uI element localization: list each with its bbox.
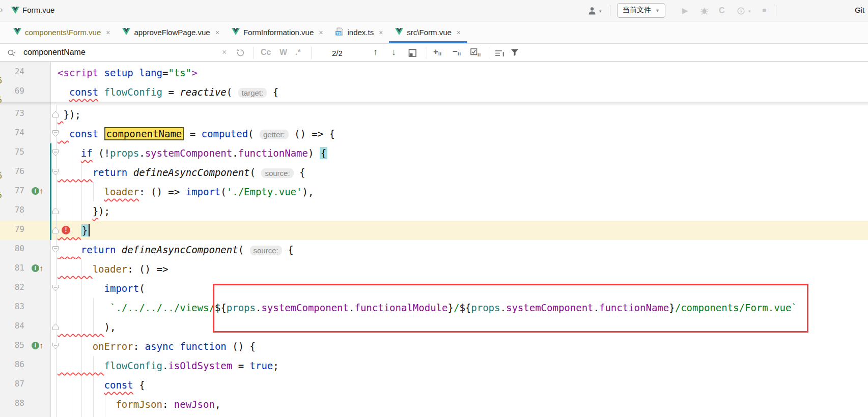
code-text[interactable]: import(	[58, 279, 145, 298]
code-text[interactable]: onError: async function () {	[58, 337, 256, 356]
implements-member-icon[interactable]: I↑	[32, 187, 49, 196]
filter-icon[interactable]	[511, 49, 519, 58]
code-line-76[interactable]: 76 return defineAsyncComponent( source: …	[0, 163, 868, 182]
code-token: () => {	[289, 128, 335, 139]
code-token: const	[104, 379, 133, 391]
search-input[interactable]: componentName	[23, 48, 86, 57]
code-line-79[interactable]: 79! }	[0, 221, 868, 240]
tab-FormInformation.vue[interactable]: FormInformation.vue×	[226, 21, 329, 43]
line-number: 82	[0, 282, 24, 292]
window-file-title: Form.vue	[22, 6, 54, 14]
multiline-search-icon[interactable]: I	[495, 49, 504, 58]
line-number: 87	[0, 379, 24, 389]
code-text[interactable]: <script setup lang="ts">	[58, 63, 198, 82]
code-token	[98, 128, 104, 139]
tab-approveFlowPage.vue[interactable]: approveFlowPage.vue×	[116, 21, 225, 43]
code-text[interactable]: });	[58, 201, 110, 221]
tab-close-icon[interactable]: ×	[379, 28, 383, 37]
clipped-edge-text: 5	[0, 96, 2, 105]
code-text[interactable]: }	[58, 221, 90, 240]
debug-bug-icon[interactable]	[700, 7, 709, 17]
code-token	[58, 283, 104, 294]
code-line-24[interactable]: 24<script setup lang="ts">	[0, 63, 868, 82]
line-number: 88	[0, 398, 24, 408]
tab-close-icon[interactable]: ×	[215, 28, 219, 37]
implements-member-icon[interactable]: I↑	[32, 342, 49, 351]
code-token: newJson	[174, 399, 215, 410]
code-line-74[interactable]: 74 const componentName = computed( gette…	[0, 124, 868, 143]
run-button[interactable]: ▶	[682, 6, 688, 15]
tab-components-Form.vue[interactable]: components\Form.vue×	[7, 21, 116, 43]
clear-search-icon[interactable]: ×	[222, 48, 227, 57]
code-line-87[interactable]: 87 const {	[0, 375, 868, 395]
code-text[interactable]: return defineAsyncComponent( source: {	[58, 240, 294, 259]
code-token: () {	[227, 341, 256, 352]
remove-occurrence-icon[interactable]: −II	[453, 47, 461, 57]
code-token: const	[69, 86, 98, 98]
code-line-78[interactable]: 78 });	[0, 201, 868, 221]
code-token: flowConfig	[104, 86, 162, 98]
code-token: (	[248, 128, 260, 139]
code-line-86[interactable]: 86 flowConfig.isOldSystem = true;	[0, 356, 868, 375]
code-token: : () =>	[139, 186, 186, 197]
code-editor[interactable]: 24<script setup lang="ts">69 const flowC…	[0, 62, 868, 417]
implements-member-icon[interactable]: I↑	[32, 264, 49, 274]
code-token	[133, 67, 139, 78]
tab-index.ts[interactable]: TSindex.ts×	[329, 21, 389, 43]
run-configuration-select[interactable]: 当前文件▼	[617, 3, 665, 18]
regex-toggle[interactable]: .*	[295, 48, 301, 57]
code-line-75[interactable]: 75 if (!props.systemComponent.functionNa…	[0, 143, 868, 163]
code-token: .	[162, 360, 168, 371]
code-line-81[interactable]: 81I↑ loader: () =>	[0, 259, 868, 279]
previous-occurrence-button[interactable]: ↑	[373, 47, 378, 57]
search-history-icon[interactable]	[236, 48, 245, 59]
words-toggle[interactable]: W	[279, 48, 287, 57]
code-text[interactable]: const {	[58, 375, 145, 395]
code-text[interactable]: const componentName = computed( getter: …	[58, 124, 335, 143]
code-token: >	[191, 67, 197, 78]
stop-button[interactable]: ■	[762, 6, 766, 14]
tab-close-icon[interactable]: ×	[319, 28, 323, 37]
code-text[interactable]: ),	[58, 317, 116, 337]
user-caret-icon[interactable]: ▾	[599, 9, 602, 14]
code-text[interactable]: return defineAsyncComponent( source: {	[58, 163, 305, 182]
code-text[interactable]: loader: () =>	[58, 259, 168, 279]
git-menu-label[interactable]: Git	[855, 6, 864, 14]
code-text[interactable]: formJson: newJson,	[58, 395, 220, 414]
code-text[interactable]: });	[58, 105, 81, 124]
next-occurrence-button[interactable]: ↓	[391, 47, 396, 57]
code-token: return	[93, 167, 128, 178]
search-icon[interactable]	[7, 49, 18, 59]
code-token: defineAsyncComponent	[133, 167, 250, 178]
code-line-85[interactable]: 85I↑ onError: async function () {	[0, 337, 868, 356]
code-token: formJson	[116, 399, 162, 410]
code-line-73[interactable]: 73 });	[0, 105, 868, 124]
code-token: :	[133, 341, 145, 352]
open-in-find-window-icon[interactable]	[408, 49, 417, 59]
tab-label: approveFlowPage.vue	[134, 28, 210, 37]
tab-close-icon[interactable]: ×	[457, 28, 461, 37]
profiler-caret-icon[interactable]: ▾	[748, 9, 751, 14]
code-text[interactable]: loader: () => import('./Empty.vue'),	[58, 182, 314, 201]
tab-close-icon[interactable]: ×	[106, 28, 110, 37]
profiler-clock-icon[interactable]	[737, 7, 745, 17]
code-token	[98, 86, 104, 98]
tab-src-Form.vue[interactable]: src\Form.vue×	[389, 21, 467, 43]
run-with-coverage-icon[interactable]: C	[719, 6, 725, 15]
add-occurrence-icon[interactable]: +II	[433, 47, 442, 57]
code-line-77[interactable]: 77I↑ loader: () => import('./Empty.vue')…	[0, 182, 868, 201]
code-line-88[interactable]: 88 formJson: newJson,	[0, 395, 868, 414]
code-line-80[interactable]: 80 return defineAsyncComponent( source: …	[0, 240, 868, 259]
line-number: 74	[0, 128, 24, 137]
match-case-toggle[interactable]: Cc	[261, 48, 271, 57]
line-number: 77	[0, 186, 24, 195]
code-token: if	[81, 147, 93, 159]
select-all-occurrences-icon[interactable]: II	[470, 48, 481, 57]
code-text[interactable]: const flowConfig = reactive( target: {	[58, 82, 278, 102]
code-line-69[interactable]: 69 const flowConfig = reactive( target: …	[0, 82, 868, 102]
code-text[interactable]: flowConfig.isOldSystem = true;	[58, 356, 279, 375]
code-text[interactable]: if (!props.systemComponent.functionName)…	[58, 143, 327, 163]
code-token	[58, 321, 104, 333]
user-account-icon[interactable]	[588, 7, 597, 16]
inline-parameter-hint: target:	[238, 88, 267, 98]
